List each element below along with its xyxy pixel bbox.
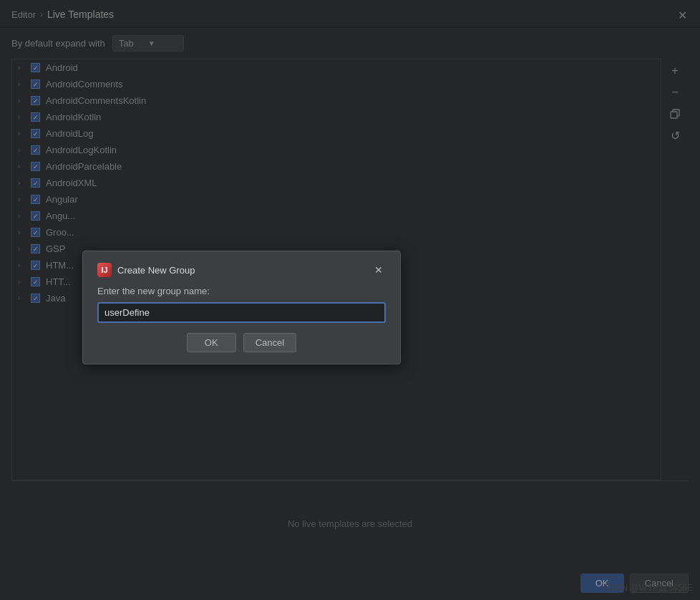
- modal-input-label: Enter the new group name:: [97, 286, 386, 296]
- modal-title: Create New Group: [117, 265, 195, 276]
- modal-cancel-button[interactable]: Cancel: [243, 333, 296, 352]
- modal-buttons-area: OK Cancel: [97, 333, 386, 352]
- modal-title-row: IJ Create New Group: [97, 263, 195, 277]
- create-group-dialog: IJ Create New Group ✕ Enter the new grou…: [82, 251, 401, 364]
- modal-ok-button[interactable]: OK: [187, 333, 236, 352]
- modal-close-button[interactable]: ✕: [371, 263, 386, 277]
- modal-overlay: IJ Create New Group ✕ Enter the new grou…: [0, 0, 700, 600]
- modal-titlebar: IJ Create New Group ✕: [97, 263, 386, 277]
- modal-icon-text: IJ: [101, 266, 107, 274]
- modal-app-icon: IJ: [97, 263, 112, 277]
- group-name-input[interactable]: [97, 302, 386, 323]
